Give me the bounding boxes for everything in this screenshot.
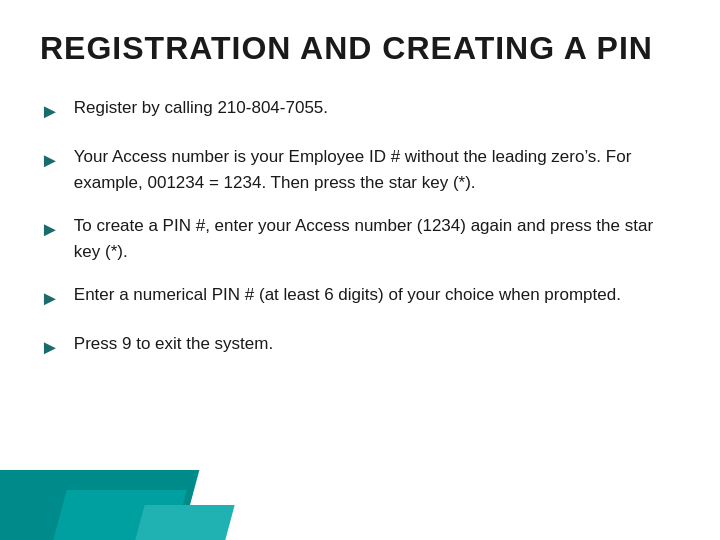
bullet-arrow-4: ► [40,283,60,313]
bullet-arrow-1: ► [40,96,60,126]
bottom-decoration [0,460,720,540]
bullet-text-4: Enter a numerical PIN # (at least 6 digi… [74,282,680,308]
bullet-text-2: Your Access number is your Employee ID #… [74,144,680,195]
bullet-list: ► Register by calling 210-804-7055. ► Yo… [40,95,680,362]
bullet-arrow-2: ► [40,145,60,175]
bullet-text-1: Register by calling 210-804-7055. [74,95,680,121]
bullet-text-5: Press 9 to exit the system. [74,331,680,357]
bullet-text-3: To create a PIN #, enter your Access num… [74,213,680,264]
list-item: ► To create a PIN #, enter your Access n… [40,213,680,264]
bullet-arrow-5: ► [40,332,60,362]
slide-title: REGISTRATION AND CREATING A PIN [40,30,680,67]
list-item: ► Enter a numerical PIN # (at least 6 di… [40,282,680,313]
shape-light-teal [135,505,234,540]
bullet-arrow-3: ► [40,214,60,244]
slide-container: REGISTRATION AND CREATING A PIN ► Regist… [0,0,720,540]
list-item: ► Register by calling 210-804-7055. [40,95,680,126]
list-item: ► Your Access number is your Employee ID… [40,144,680,195]
list-item: ► Press 9 to exit the system. [40,331,680,362]
